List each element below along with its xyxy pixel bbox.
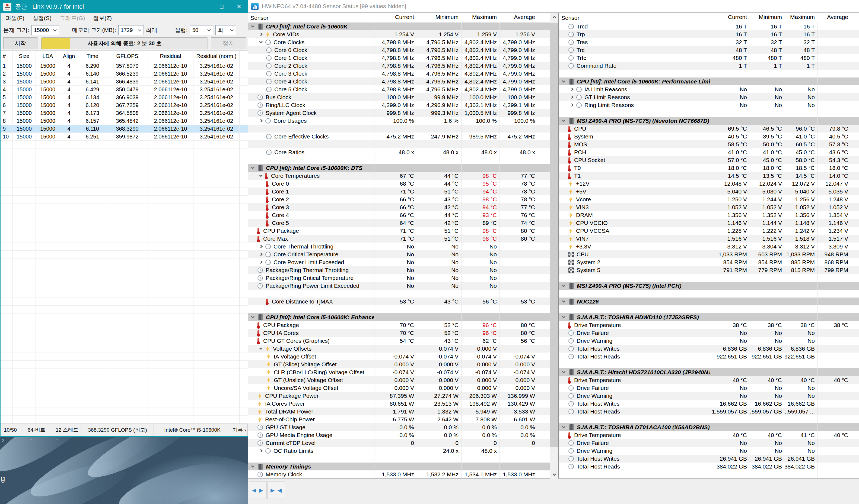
sensor-row[interactable]: MOS58.5 °C50.0 °C60.5 °C57.3 °C	[559, 140, 859, 148]
result-row[interactable]: 8150001500046.157365.48422.066112e-103.2…	[1, 117, 248, 125]
sensor-row[interactable]: CPU1,033 RPM603 RPM1,033 RPM948 RPM	[559, 250, 859, 258]
result-row[interactable]: 4150001500046.429350.04792.066112e-103.2…	[1, 85, 248, 94]
sensor-row[interactable]: Total Host Writes6,836 GB6,836 GB6,836 G…	[559, 345, 859, 352]
chevron-right-icon[interactable]	[259, 32, 262, 36]
sensor-row[interactable]: Tras32 T32 T32 T	[559, 38, 859, 46]
sensor-row[interactable]: Ring/LLC Clock4,299.0 MHz4,296.9 MHz4,30…	[248, 101, 550, 109]
result-row[interactable]: 2150001500046.140366.52392.066112e-103.2…	[1, 70, 248, 78]
sensor-row[interactable]: Core 171 °C51 °C94 °C78 °C	[248, 188, 550, 195]
sensor-row[interactable]: Core 4 Clock4,798.8 MHz4,796.5 MHz4,802.…	[248, 78, 550, 85]
sensor-row[interactable]: GT (Slice) Voltage Offset0.000 V0.000 V0…	[248, 360, 550, 368]
sensor-row[interactable]: Drive FailureNoNoNo	[559, 329, 859, 337]
chevron-right-icon[interactable]	[570, 88, 574, 91]
sensor-section-row[interactable]: CPU [#0]: Intel Core i5-10600K: Enhanced	[248, 313, 550, 321]
chevron-right-icon[interactable]	[259, 253, 262, 256]
sensor-row[interactable]: Current cTDP Level0000	[248, 439, 550, 447]
sensor-row[interactable]: Total Host Reads1,559,057 GB1,559,057 GB…	[559, 408, 859, 415]
sensor-row[interactable]: Core Effective Clocks475.2 MHz247.9 MHz9…	[248, 132, 550, 140]
sensor-row[interactable]: Trc48 T48 T48 T	[559, 46, 859, 54]
sensor-row[interactable]: CPU IA Cores70 °C52 °C96 °C80 °C	[248, 329, 550, 337]
sensor-row[interactable]: PCH41.0 °C41.0 °C45.0 °C43.6 °C	[559, 148, 859, 156]
sensor-row[interactable]: Voltage Offsets-0.074 V0.000 V	[248, 345, 550, 352]
sensor-row[interactable]: Trfc480 T480 T480 T	[559, 54, 859, 62]
sensor-row[interactable]: Core 466 °C44 °C93 °C76 °C	[248, 211, 550, 219]
chevron-down-icon[interactable]	[251, 464, 255, 468]
sensor-row[interactable]: CPU Socket57.0 °C45.0 °C58.0 °C54.3 °C	[559, 156, 859, 164]
sensor-section-row[interactable]: MSI Z490-A PRO (MS-7C75) (Nuvoton NCT668…	[559, 117, 859, 125]
sensor-row[interactable]: Trp16 T16 T16 T	[559, 30, 859, 38]
status-segment[interactable]: 기록 ›	[231, 424, 248, 436]
runs-unit-combobox[interactable]: 회	[215, 25, 236, 35]
sensor-row[interactable]: CPU Package71 °C51 °C98 °C80 °C	[248, 227, 550, 235]
sensor-row[interactable]: +5V5.040 V5.030 V5.040 V5.035 V	[559, 188, 859, 195]
sensor-row[interactable]: CPU VCCSA1.228 V1.222 V1.242 V1.234 V	[559, 227, 859, 235]
sensor-row[interactable]: VIN31.052 V1.052 V1.052 V1.052 V	[559, 203, 859, 211]
sensor-row[interactable]: +3.3V3.312 V3.304 V3.312 V3.309 V	[559, 242, 859, 250]
stop-button[interactable]: 정지	[211, 37, 246, 49]
sensor-row[interactable]: Core 564 °C42 °C89 °C74 °C	[248, 219, 550, 227]
sensor-row[interactable]: Rest-of-Chip Power6.775 W2.642 W7.808 W6…	[248, 415, 550, 423]
sensor-row[interactable]: Core Usages100.0 %1.6 %100.0 %100.0 %	[248, 117, 550, 125]
sensor-row[interactable]: Vcore1.250 V1.244 V1.256 V1.248 V	[559, 195, 859, 203]
chevron-down-icon[interactable]	[259, 40, 262, 43]
result-row[interactable]: 9150001500046.110368.32902.066112e-103.2…	[1, 125, 248, 133]
linx-titlebar[interactable]: 중단 - LinX v0.9.7 for Intel – □ ✕	[1, 1, 248, 13]
menu-item[interactable]: 설정(S)	[29, 14, 56, 22]
sensor-row[interactable]: Core 2 Clock4,798.8 MHz4,796.5 MHz4,802.…	[248, 62, 550, 69]
chevron-down-icon[interactable]	[251, 24, 255, 28]
vertical-scrollbar[interactable]	[550, 13, 558, 478]
sensor-section-row[interactable]: Memory Timings	[248, 462, 550, 470]
problem-size-combobox[interactable]: 15000	[31, 25, 59, 35]
result-row[interactable]: 5150001500046.134366.90392.066112e-103.2…	[1, 94, 248, 101]
chevron-down-icon[interactable]	[562, 283, 566, 287]
chevron-down-icon[interactable]	[251, 166, 255, 169]
sensor-section-row[interactable]: S.M.A.R.T.: TOSHIBA DT01ACA100 (X56AD2BN…	[559, 423, 859, 431]
chevron-down-icon[interactable]	[259, 173, 262, 177]
sensor-row[interactable]: Bus Clock100.0 MHz99.9 MHz100.0 MHz100.0…	[248, 93, 550, 101]
sensor-row[interactable]: Core 068 °C44 °C95 °C78 °C	[248, 180, 550, 188]
sensor-row[interactable]: OC Ratio Limits24.0 x48.0 x	[248, 447, 550, 455]
sensor-row[interactable]: Drive FailureNoNoNo	[559, 384, 859, 392]
sensor-row[interactable]: Drive WarningNoNoNo	[559, 447, 859, 455]
chevron-right-icon[interactable]	[259, 261, 262, 264]
sensor-row[interactable]: Core Ratios48.0 x48.0 x48.0 x48.0 x	[248, 148, 550, 156]
result-row[interactable]: 3150001500046.141366.48392.066112e-103.2…	[1, 78, 248, 85]
sensor-row[interactable]: Package/Ring Thermal ThrottlingNoNoNo	[248, 266, 550, 274]
sensor-row[interactable]: Core VIDs1.254 V1.254 V1.259 V1.256 V	[248, 30, 550, 38]
sensor-row[interactable]: Core 366 °C42 °C94 °C77 °C	[248, 203, 550, 211]
chevron-down-icon[interactable]	[562, 299, 566, 303]
sensor-row[interactable]: Total Host Reads922,651 GB922,651 GB922,…	[559, 352, 859, 360]
sensor-row[interactable]: IA Voltage Offset-0.074 V-0.074 V-0.074 …	[248, 352, 550, 360]
sensor-row[interactable]: CLR (CBo/LLC/Ring) Voltage Offset-0.074 …	[248, 368, 550, 376]
sensor-row[interactable]: VIN71.516 V1.516 V1.518 V1.517 V	[559, 235, 859, 242]
sensor-row[interactable]: DRAM1.356 V1.352 V1.356 V1.354 V	[559, 211, 859, 219]
sensor-row[interactable]: GT Limit ReasonsNoNoNo	[559, 93, 859, 101]
sensor-row[interactable]: Core Critical TemperatureNoNoNo	[248, 250, 550, 258]
sensor-row[interactable]: Ring Limit ReasonsNoNoNo	[559, 101, 859, 109]
hwinfo-titlebar[interactable]: HWiNFO64 v7.04-4480 Sensor Status [99 va…	[248, 0, 859, 13]
menu-item[interactable]: 파일(F)	[2, 14, 29, 22]
sensor-row[interactable]: Drive Temperature38 °C38 °C38 °C38 °C	[559, 321, 859, 329]
chevron-right-icon[interactable]	[259, 449, 262, 453]
start-button[interactable]: 시작	[3, 37, 37, 49]
sensor-section-row[interactable]: CPU [#0]: Intel Core i5-10600K: Performa…	[559, 78, 859, 85]
memory-size-combobox[interactable]: 1729	[118, 25, 144, 35]
scroll-down-button[interactable]	[550, 470, 558, 478]
sensor-row[interactable]: Drive Temperature40 °C40 °C40 °C40 °C	[559, 376, 859, 384]
sensor-row[interactable]: Core 1 Clock4,798.8 MHz4,796.5 MHz4,802.…	[248, 54, 550, 62]
sensor-row[interactable]: +12V12.048 V12.024 V12.072 V12.047 V	[559, 180, 859, 188]
chevron-down-icon[interactable]	[259, 346, 262, 350]
result-row[interactable]: 6150001500046.120367.72592.066112e-103.2…	[1, 101, 248, 109]
sensor-section-row[interactable]: S.M.A.R.T.: Hitachi HDS721010CLA330 (JP2…	[559, 368, 859, 376]
arrows-inward-button[interactable]: ►◄	[267, 482, 285, 499]
sensor-section-row[interactable]: NUC126	[559, 298, 859, 305]
chevron-down-icon[interactable]	[562, 79, 566, 83]
chevron-down-icon[interactable]	[562, 119, 566, 122]
chevron-right-icon[interactable]	[570, 95, 574, 99]
arrows-outward-button[interactable]: ◄►	[249, 482, 267, 499]
scrollbar-thumb[interactable]	[550, 23, 558, 447]
sensor-row[interactable]: Drive Temperature40 °C40 °C41 °C40 °C	[559, 431, 859, 439]
sensor-row[interactable]: Core 0 Clock4,798.8 MHz4,796.5 MHz4,802.…	[248, 46, 550, 54]
sensor-row[interactable]: GT (Unslice) Voltage Offset0.000 V0.000 …	[248, 376, 550, 384]
sensor-row[interactable]: CPU VCCIO1.146 V1.144 V1.148 V1.146 V	[559, 219, 859, 227]
